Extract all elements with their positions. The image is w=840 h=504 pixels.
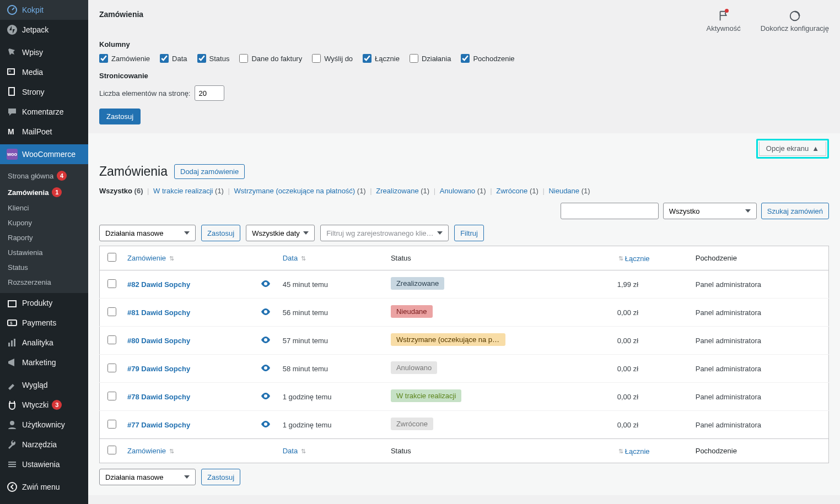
row-checkbox[interactable] xyxy=(107,392,116,400)
sidebar-item-settings[interactable]: Ustawienia xyxy=(0,454,88,474)
column-toggle[interactable]: Zamówienie xyxy=(99,54,150,63)
bulk-actions-select[interactable]: Działania masowe xyxy=(99,225,196,241)
status-filter-link[interactable]: W trakcie realizacji (1) xyxy=(153,187,224,195)
column-checkbox[interactable] xyxy=(197,54,206,63)
preview-icon[interactable] xyxy=(261,308,271,317)
sidebar-item-marketing[interactable]: Marketing xyxy=(0,353,88,372)
date-filter-select[interactable]: Wszystkie daty xyxy=(246,225,315,241)
preview-icon[interactable] xyxy=(261,421,271,429)
order-link[interactable]: #79 Dawid Sopchy xyxy=(127,365,190,373)
sidebar-collapse[interactable]: Zwiń menu xyxy=(0,477,88,497)
col-date-footer[interactable]: Data ⇅ xyxy=(277,439,385,463)
col-total-footer[interactable]: ⇅Łącznie xyxy=(612,439,690,463)
column-checkbox[interactable] xyxy=(363,54,371,63)
screen-options-toggle[interactable]: Opcje ekranu ▲ xyxy=(759,142,826,156)
svg-rect-15 xyxy=(8,466,16,467)
table-row[interactable]: #81 Dawid Sopchy56 minut temuNieudane0,0… xyxy=(100,299,829,327)
preview-icon[interactable] xyxy=(261,337,271,345)
order-link[interactable]: #78 Dawid Sopchy xyxy=(127,393,190,401)
column-toggle[interactable]: Działania xyxy=(410,54,451,63)
table-row[interactable]: #80 Dawid Sopchy57 minut temuWstrzymane … xyxy=(100,327,829,355)
sidebar-item-media[interactable]: Media xyxy=(0,62,88,82)
col-order-footer[interactable]: Zamówienie ⇅ xyxy=(122,439,255,463)
customer-type-filter[interactable]: Wszystko xyxy=(663,203,757,219)
pages-icon xyxy=(7,86,18,97)
sidebar-item-mailpoet[interactable]: MMailPoet xyxy=(0,122,88,142)
sub-customers[interactable]: Klienci xyxy=(0,200,88,215)
status-filter-link[interactable]: Nieudane (1) xyxy=(548,187,590,195)
sidebar-item-products[interactable]: Produkty xyxy=(0,293,88,313)
column-toggle[interactable]: Pochodzenie xyxy=(461,54,514,63)
preview-icon[interactable] xyxy=(261,365,271,373)
apply-screen-options-button[interactable]: Zastosuj xyxy=(99,109,141,124)
select-all-checkbox[interactable] xyxy=(107,253,116,262)
row-checkbox[interactable] xyxy=(107,307,116,316)
sidebar-item-posts[interactable]: Wpisy xyxy=(0,42,88,62)
column-checkbox[interactable] xyxy=(312,54,321,63)
sub-coupons[interactable]: Kupony xyxy=(0,215,88,230)
row-checkbox[interactable] xyxy=(107,279,116,288)
status-filter-link[interactable]: Anulowano (1) xyxy=(440,187,486,195)
table-row[interactable]: #77 Dawid Sopchy1 godzinę temuZwrócone0,… xyxy=(100,411,829,439)
sub-reports[interactable]: Raporty xyxy=(0,230,88,245)
column-toggle[interactable]: Status xyxy=(197,54,230,63)
column-checkbox[interactable] xyxy=(410,54,418,63)
order-link[interactable]: #81 Dawid Sopchy xyxy=(127,308,190,317)
sidebar-item-analytics[interactable]: Analityka xyxy=(0,333,88,353)
status-filter-link[interactable]: Zrealizowane (1) xyxy=(376,187,429,195)
row-checkbox[interactable] xyxy=(107,420,116,429)
sidebar-item-pages[interactable]: Strony xyxy=(0,82,88,102)
apply-bulk-button-bottom[interactable]: Zastosuj xyxy=(201,469,240,485)
column-toggle[interactable]: Dane do faktury xyxy=(239,54,302,63)
search-input[interactable] xyxy=(561,203,659,219)
apply-bulk-button[interactable]: Zastosuj xyxy=(201,225,240,241)
row-checkbox[interactable] xyxy=(107,364,116,372)
status-filter-link[interactable]: Zwrócone (1) xyxy=(496,187,539,195)
col-status-footer: Status xyxy=(385,439,612,463)
column-checkbox[interactable] xyxy=(461,54,470,63)
column-toggle[interactable]: Łącznie xyxy=(363,54,400,63)
preview-icon[interactable] xyxy=(261,393,271,401)
column-toggle[interactable]: Data xyxy=(160,54,187,63)
column-toggle[interactable]: Wyślij do xyxy=(312,54,353,63)
table-row[interactable]: #82 Dawid Sopchy45 minut temuZrealizowan… xyxy=(100,270,829,299)
sidebar-item-appearance[interactable]: Wygląd xyxy=(0,375,88,395)
column-checkbox[interactable] xyxy=(160,54,169,63)
table-row[interactable]: #79 Dawid Sopchy58 minut temuAnulowano0,… xyxy=(100,355,829,383)
preview-icon[interactable] xyxy=(261,280,271,289)
column-checkbox[interactable] xyxy=(99,54,108,63)
sidebar-item-jetpack[interactable]: Jetpack xyxy=(0,20,88,40)
customer-filter-select[interactable]: Filtruj wg zarejestrowanego klie… xyxy=(320,225,449,241)
row-checkbox[interactable] xyxy=(107,335,116,344)
sidebar-item-comments[interactable]: Komentarze xyxy=(0,102,88,122)
col-order-header[interactable]: Zamówienie ⇅ xyxy=(122,246,255,270)
sub-extensions[interactable]: Rozszerzenia xyxy=(0,275,88,290)
sidebar-item-tools[interactable]: Narzędzia xyxy=(0,435,88,454)
table-row[interactable]: #78 Dawid Sopchy1 godzinę temuW trakcie … xyxy=(100,383,829,411)
order-link[interactable]: #82 Dawid Sopchy xyxy=(127,280,190,289)
filter-button[interactable]: Filtruj xyxy=(454,225,484,241)
sidebar-item-plugins[interactable]: Wtyczki3 xyxy=(0,395,88,415)
order-link[interactable]: #80 Dawid Sopchy xyxy=(127,337,190,345)
sub-settings[interactable]: Ustawienia xyxy=(0,245,88,260)
sidebar-item-dashboard[interactable]: Kokpit xyxy=(0,0,88,20)
status-filter-link[interactable]: Wstrzymane (oczekujące na płatność) (1) xyxy=(234,187,366,195)
order-link[interactable]: #77 Dawid Sopchy xyxy=(127,421,190,429)
sub-status[interactable]: Status xyxy=(0,260,88,275)
sub-home[interactable]: Strona główna4 xyxy=(0,167,88,184)
bulk-actions-select-bottom[interactable]: Działania masowe xyxy=(99,469,196,485)
sidebar-item-payments[interactable]: $Payments xyxy=(0,313,88,333)
col-total-header[interactable]: ⇅Łącznie xyxy=(612,246,690,270)
column-checkbox[interactable] xyxy=(239,54,248,63)
col-date-header[interactable]: Data ⇅ xyxy=(277,246,385,270)
search-orders-button[interactable]: Szukaj zamówień xyxy=(761,203,829,219)
sidebar-item-woocommerce[interactable]: wooWooCommerce xyxy=(0,144,88,164)
activity-button[interactable]: Aktywność xyxy=(707,10,741,32)
sidebar-item-users[interactable]: Użytkownicy xyxy=(0,415,88,435)
select-all-checkbox-footer[interactable] xyxy=(107,446,116,454)
finish-setup-button[interactable]: Dokończ konfigurację xyxy=(761,10,829,32)
per-page-input[interactable] xyxy=(195,85,224,101)
add-order-button[interactable]: Dodaj zamówienie xyxy=(174,164,245,179)
sub-orders[interactable]: Zamówienia1 xyxy=(0,184,88,200)
status-filter-link[interactable]: Wszystko (6) xyxy=(99,187,143,195)
